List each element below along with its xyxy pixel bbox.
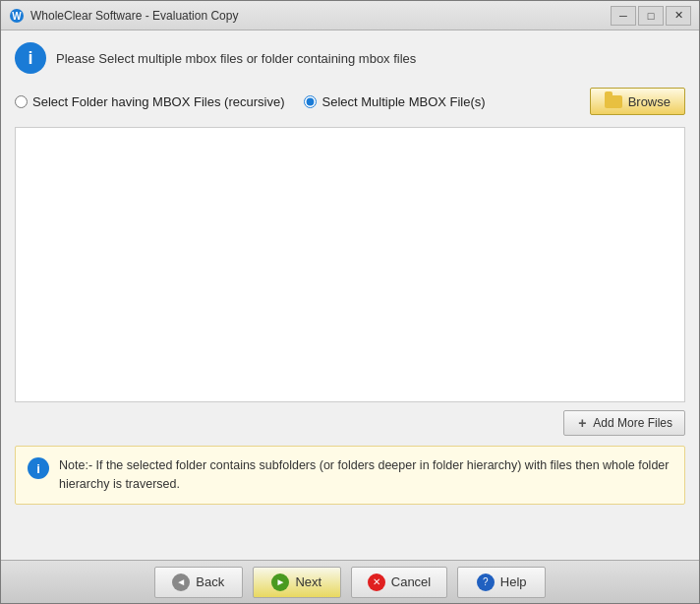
note-text: Note:- If the selected folder contains s… xyxy=(59,456,672,494)
window-title: WholeClear Software - Evaluation Copy xyxy=(30,9,611,23)
radio-folder-text: Select Folder having MBOX Files (recursi… xyxy=(32,94,284,109)
info-icon: i xyxy=(15,42,46,74)
cancel-icon: ✕ xyxy=(368,574,385,591)
main-window: W WholeClear Software - Evaluation Copy … xyxy=(0,0,700,604)
next-button[interactable]: ► Next xyxy=(253,567,341,598)
browse-button[interactable]: Browse xyxy=(590,88,685,115)
note-section: i Note:- If the selected folder contains… xyxy=(15,446,685,505)
radio-multiple-text: Select Multiple MBOX File(s) xyxy=(321,94,485,109)
plus-icon: + xyxy=(576,417,588,429)
next-icon: ► xyxy=(271,574,289,591)
file-list[interactable] xyxy=(15,127,685,402)
app-icon: W xyxy=(9,8,25,24)
note-info-icon: i xyxy=(28,457,49,479)
bottom-nav: ◄ Back ► Next ✕ Cancel ? Help xyxy=(1,560,699,603)
add-more-label: Add More Files xyxy=(593,416,672,430)
title-bar: W WholeClear Software - Evaluation Copy … xyxy=(1,1,699,30)
back-label: Back xyxy=(196,574,224,589)
cancel-label: Cancel xyxy=(391,574,431,589)
radio-folder-label[interactable]: Select Folder having MBOX Files (recursi… xyxy=(15,94,284,109)
browse-label: Browse xyxy=(628,94,671,109)
add-more-button[interactable]: + Add More Files xyxy=(563,410,685,436)
back-icon: ◄ xyxy=(172,574,190,591)
help-button[interactable]: ? Help xyxy=(457,567,546,598)
next-label: Next xyxy=(295,574,321,589)
content-area: i Please Select multiple mbox files or f… xyxy=(1,30,699,560)
radio-multiple[interactable] xyxy=(304,95,317,108)
radio-multiple-label[interactable]: Select Multiple MBOX File(s) xyxy=(304,94,485,109)
minimize-button[interactable]: ─ xyxy=(611,6,636,26)
window-controls: ─ □ ✕ xyxy=(611,6,691,26)
radio-row: Select Folder having MBOX Files (recursi… xyxy=(15,88,685,115)
back-button[interactable]: ◄ Back xyxy=(154,567,243,598)
help-label: Help xyxy=(500,574,527,589)
help-icon: ? xyxy=(477,574,495,591)
header-description: Please Select multiple mbox files or fol… xyxy=(56,51,416,66)
svg-text:W: W xyxy=(12,11,22,22)
folder-icon xyxy=(605,95,622,108)
maximize-button[interactable]: □ xyxy=(638,6,664,26)
close-button[interactable]: ✕ xyxy=(666,6,691,26)
radio-folder[interactable] xyxy=(15,95,28,108)
cancel-button[interactable]: ✕ Cancel xyxy=(351,567,447,598)
header-section: i Please Select multiple mbox files or f… xyxy=(15,42,685,74)
add-more-row: + Add More Files xyxy=(15,410,685,436)
